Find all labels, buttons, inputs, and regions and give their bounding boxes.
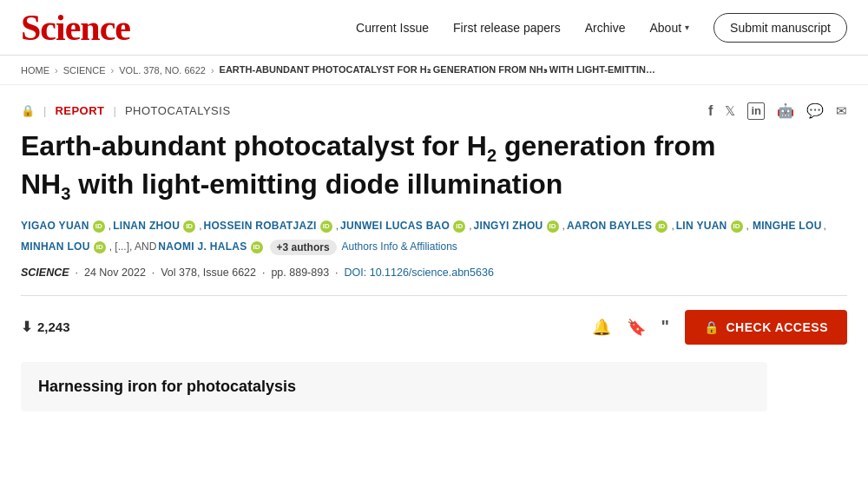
author-naomi-halas[interactable]: NAOMI J. HALAS bbox=[158, 238, 247, 257]
author-minhan-lou[interactable]: MINHAN LOU bbox=[21, 238, 90, 257]
chevron-down-icon: ▾ bbox=[685, 23, 689, 32]
bookmark-icon[interactable]: 🔖 bbox=[627, 318, 646, 337]
reddit-icon[interactable]: 🤖 bbox=[777, 102, 794, 119]
nav-first-release[interactable]: First release papers bbox=[453, 21, 561, 35]
actions-right: 🔔 🔖 " 🔒 CHECK ACCESS bbox=[592, 310, 847, 345]
abstract-section: Harnessing iron for photocatalysis bbox=[21, 362, 767, 411]
citation-volume: Vol 378, Issue 6622 bbox=[161, 267, 256, 279]
site-header: Science Current Issue First release pape… bbox=[0, 0, 868, 56]
orcid-aaron-bayles[interactable]: ID bbox=[655, 220, 667, 233]
download-count: ⬇ 2,243 bbox=[21, 319, 70, 335]
breadcrumb: HOME › SCIENCE › VOL. 378, NO. 6622 › EA… bbox=[0, 56, 868, 85]
twitter-icon[interactable]: 𝕏 bbox=[725, 103, 735, 119]
article-divider bbox=[21, 295, 847, 296]
nav-current-issue[interactable]: Current Issue bbox=[356, 21, 429, 35]
plus-authors-button[interactable]: +3 authors bbox=[270, 240, 337, 255]
nav-archive[interactable]: Archive bbox=[585, 21, 626, 35]
article-title: Earth-abundant photocatalyst for H2 gene… bbox=[21, 128, 733, 206]
check-access-button[interactable]: 🔒 CHECK ACCESS bbox=[685, 310, 847, 345]
citation-doi-link[interactable]: DOI: 10.1126/science.abn5636 bbox=[345, 267, 494, 279]
linkedin-icon[interactable]: in bbox=[747, 102, 765, 120]
wechat-icon[interactable]: 💬 bbox=[806, 102, 824, 119]
check-access-lock-icon: 🔒 bbox=[704, 320, 720, 334]
orcid-lin-yuan[interactable]: ID bbox=[731, 220, 743, 233]
orcid-junwei-lucas-bao[interactable]: ID bbox=[453, 220, 465, 233]
alert-bell-icon[interactable]: 🔔 bbox=[592, 318, 611, 337]
authors-line: YIGAO YUAN ID , LINAN ZHOU ID , HOSSEIN … bbox=[21, 217, 847, 256]
author-lin-yuan[interactable]: LIN YUAN bbox=[676, 217, 727, 236]
breadcrumb-article: EARTH-ABUNDANT PHOTOCATALYST FOR H₂ GENE… bbox=[220, 64, 655, 76]
submit-manuscript-button[interactable]: Submit manuscript bbox=[713, 13, 847, 43]
author-linan-zhou[interactable]: LINAN ZHOU bbox=[113, 217, 180, 236]
article-meta-top: 🔒 | REPORT | PHOTOCATALYSIS f 𝕏 in 🤖 💬 ✉ bbox=[21, 102, 847, 120]
category-label: PHOTOCATALYSIS bbox=[125, 104, 231, 117]
article-area: 🔒 | REPORT | PHOTOCATALYSIS f 𝕏 in 🤖 💬 ✉… bbox=[0, 85, 868, 411]
author-hossein-robatjazi[interactable]: HOSSEIN ROBATJAZI bbox=[203, 217, 316, 236]
site-logo[interactable]: Science bbox=[21, 7, 130, 49]
nav-about[interactable]: About ▾ bbox=[649, 21, 689, 35]
author-jingyi-zhou[interactable]: JINGYI ZHOU bbox=[474, 217, 543, 236]
orcid-minhan-lou[interactable]: ID bbox=[94, 241, 106, 253]
orcid-linan-zhou[interactable]: ID bbox=[183, 220, 195, 233]
author-yigao-yuan[interactable]: YIGAO YUAN bbox=[21, 217, 89, 236]
orcid-naomi-halas[interactable]: ID bbox=[251, 241, 263, 253]
orcid-yigao-yuan[interactable]: ID bbox=[93, 220, 105, 233]
orcid-hossein-robatjazi[interactable]: ID bbox=[320, 220, 332, 233]
citation-date: 24 Nov 2022 bbox=[84, 267, 146, 279]
breadcrumb-home[interactable]: HOME bbox=[21, 65, 49, 76]
breadcrumb-sep-3: › bbox=[211, 65, 214, 76]
download-count-value: 2,243 bbox=[37, 319, 70, 334]
breadcrumb-volume[interactable]: VOL. 378, NO. 6622 bbox=[119, 65, 206, 76]
article-type-info: 🔒 | REPORT | PHOTOCATALYSIS bbox=[21, 104, 231, 117]
citation-pages: pp. 889-893 bbox=[271, 267, 329, 279]
actions-bar: ⬇ 2,243 🔔 🔖 " 🔒 CHECK ACCESS bbox=[21, 310, 847, 345]
breadcrumb-sep-2: › bbox=[111, 65, 115, 76]
main-nav: Current Issue First release papers Archi… bbox=[356, 13, 847, 43]
download-icon: ⬇ bbox=[21, 319, 32, 335]
breadcrumb-sep-1: › bbox=[55, 65, 58, 76]
author-aaron-bayles[interactable]: AARON BAYLES bbox=[567, 217, 653, 236]
citation-journal: SCIENCE bbox=[21, 267, 69, 279]
breadcrumb-science[interactable]: SCIENCE bbox=[63, 65, 106, 76]
abstract-title: Harnessing iron for photocatalysis bbox=[38, 378, 750, 396]
report-label: REPORT bbox=[55, 104, 104, 117]
orcid-jingyi-zhou[interactable]: ID bbox=[547, 220, 559, 233]
lock-icon: 🔒 bbox=[21, 104, 35, 117]
author-junwei-lucas-bao[interactable]: JUNWEI LUCAS BAO bbox=[340, 217, 450, 236]
email-icon[interactable]: ✉ bbox=[836, 103, 847, 119]
author-minghe-lou[interactable]: MINGHE LOU bbox=[753, 217, 822, 236]
facebook-icon[interactable]: f bbox=[708, 103, 713, 119]
cite-icon[interactable]: " bbox=[661, 317, 669, 337]
citation-line: SCIENCE · 24 Nov 2022 · Vol 378, Issue 6… bbox=[21, 264, 847, 281]
social-share-bar: f 𝕏 in 🤖 💬 ✉ bbox=[708, 102, 847, 120]
authors-info-affiliations-link[interactable]: Authors Info & Affiliations bbox=[342, 238, 457, 257]
